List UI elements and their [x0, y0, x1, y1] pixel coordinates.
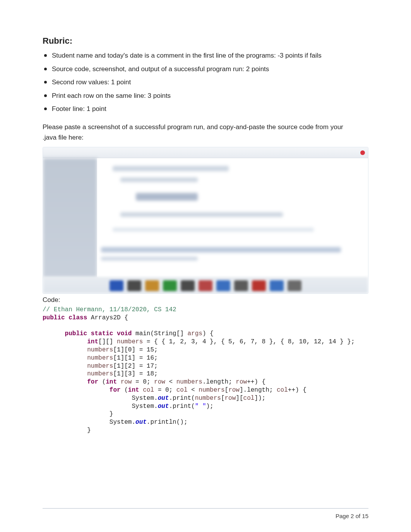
var-col: col — [143, 387, 154, 394]
var-col: col — [243, 395, 255, 402]
rubric-list: Student name and today's date is a comme… — [43, 51, 368, 114]
dot-length: .length — [202, 379, 228, 385]
print-c: ][ — [236, 395, 243, 402]
rubric-heading: Rubric: — [43, 35, 368, 47]
brace-close: } — [87, 427, 91, 434]
var-row: row — [228, 387, 240, 394]
field-out: out — [158, 403, 169, 410]
for-inner-b: = 0; — [154, 387, 176, 394]
kw-int: int — [87, 338, 98, 345]
kw-public: public — [65, 330, 87, 337]
rubric-item: Student name and today's date is a comme… — [44, 51, 368, 61]
source-code: // Ethan Hermann, 11/18/2020, CS 142 pub… — [43, 306, 368, 435]
sys: System. — [132, 403, 158, 410]
kw-class: class — [68, 314, 87, 321]
assign-a: [1][0] = 15; — [113, 346, 158, 353]
for-outer-d: ; — [228, 379, 236, 385]
kw-int: int — [128, 387, 139, 394]
print-space-a: .print( — [169, 403, 195, 410]
for-inner-e: ++) { — [288, 387, 307, 394]
var-row: row — [121, 379, 132, 385]
dot-length: .length — [243, 387, 269, 394]
assign-c: [1][2] = 17; — [113, 363, 158, 370]
var-col: col — [277, 387, 288, 394]
class-name: Arrays2D { — [87, 314, 128, 321]
sys: System. — [132, 395, 158, 402]
rubric-item: Second row values: 1 point — [44, 78, 368, 87]
print-space-b: ); — [206, 403, 214, 410]
assign-b: [1][1] = 16; — [113, 355, 158, 361]
for-outer-b: = 0; — [132, 379, 154, 385]
var-numbers: numbers — [87, 363, 113, 370]
var-col: col — [176, 387, 188, 394]
print-a: .print( — [169, 395, 195, 402]
kw-for: for — [110, 387, 121, 394]
code-comment: // Ethan Hermann, 11/18/2020, CS 142 — [43, 306, 176, 313]
br-a: [ — [225, 387, 229, 394]
var-numbers: numbers — [87, 355, 113, 361]
kw-void: void — [117, 330, 132, 337]
instruction-line-2: .java file here: — [43, 133, 368, 143]
main-sig: main(String[] — [132, 330, 187, 337]
var-numbers: numbers — [87, 370, 113, 377]
println: .println(); — [147, 419, 188, 426]
sys: System. — [110, 419, 135, 426]
kw-for: for — [87, 379, 98, 385]
code-label: Code: — [43, 295, 368, 305]
print-d: ]); — [254, 395, 265, 402]
decl-mid: [][] — [98, 338, 117, 345]
for-inner-d: ; — [269, 387, 277, 394]
brace-close: } — [110, 411, 113, 418]
kw-public: public — [43, 314, 65, 321]
for-outer-a: ( — [98, 379, 106, 385]
var-numbers: numbers — [87, 346, 113, 353]
print-b: [ — [221, 395, 225, 402]
instruction-line-1: Please paste a screenshot of a successfu… — [43, 123, 368, 132]
kw-int: int — [106, 379, 117, 385]
field-out: out — [135, 419, 147, 426]
ide-screenshot-blurred — [43, 147, 368, 294]
rubric-item: Source code, screenshot, and output of a… — [44, 65, 368, 74]
var-row: row — [225, 395, 236, 402]
param-args: args — [187, 330, 202, 337]
br-b: ] — [240, 387, 243, 394]
for-outer-c: < — [165, 379, 176, 385]
field-out: out — [158, 395, 169, 402]
for-inner-a: ( — [121, 387, 128, 394]
rubric-item: Print each row on the same line: 3 point… — [44, 91, 368, 101]
var-numbers: numbers — [195, 395, 221, 402]
assign-d: [1][3] = 18; — [113, 370, 158, 377]
for-outer-e: ++) { — [247, 379, 265, 385]
var-numbers: numbers — [117, 338, 143, 345]
rubric-item: Footer line: 1 point — [44, 104, 368, 114]
var-row: row — [154, 379, 165, 385]
var-numbers: numbers — [199, 387, 224, 394]
var-numbers: numbers — [176, 379, 202, 385]
decl-vals: = { { 1, 2, 3, 4 }, { 5, 6, 7, 8 }, { 8,… — [143, 338, 354, 345]
main-sig-end: ) { — [202, 330, 214, 337]
kw-static: static — [91, 330, 113, 337]
for-inner-c: < — [188, 387, 199, 394]
str-space: " " — [195, 403, 206, 410]
var-row: row — [236, 379, 247, 385]
